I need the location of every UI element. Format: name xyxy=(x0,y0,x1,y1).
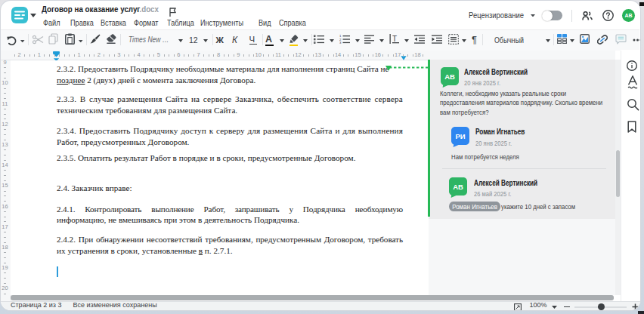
svg-text:АВ: АВ xyxy=(444,72,455,81)
svg-text:T: T xyxy=(392,35,397,43)
svg-text:АВ: АВ xyxy=(453,183,463,191)
svg-text:РИ: РИ xyxy=(455,132,465,140)
svg-text:3: 3 xyxy=(339,41,342,44)
